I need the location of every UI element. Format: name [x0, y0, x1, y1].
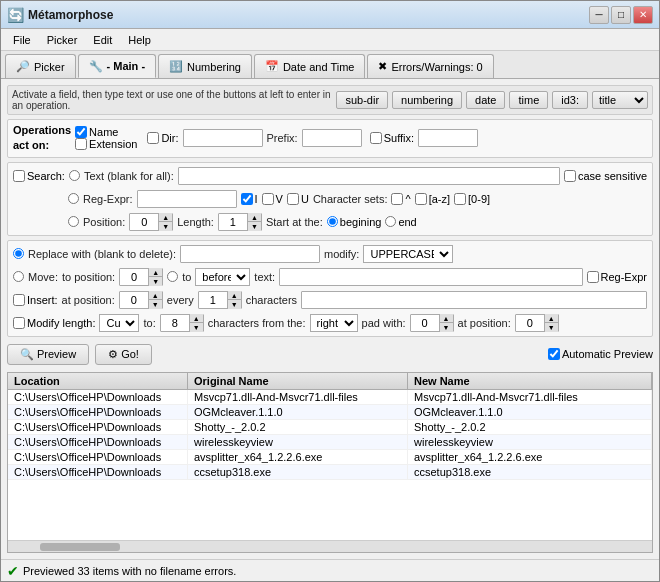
insert-text-input[interactable] — [301, 291, 647, 309]
insert-position-spinbox[interactable]: ▲ ▼ — [119, 291, 163, 309]
table-row[interactable]: C:\Users\OfficeHP\Downloads Shotty_-_2.0… — [8, 420, 652, 435]
i-checkbox[interactable] — [241, 193, 253, 205]
insert-position-input[interactable] — [120, 294, 148, 306]
end-radio[interactable] — [385, 216, 396, 227]
menu-file[interactable]: File — [5, 32, 39, 48]
09-checkbox-label[interactable]: [0-9] — [454, 193, 490, 205]
auto-preview-label[interactable]: Automatic Preview — [548, 348, 653, 360]
pad-with-input[interactable] — [411, 317, 439, 329]
insert-every-spin-down[interactable]: ▼ — [227, 300, 241, 309]
pad-with-spin-up[interactable]: ▲ — [439, 314, 453, 324]
replace-input[interactable] — [180, 245, 320, 263]
insert-every-spinbox[interactable]: ▲ ▼ — [198, 291, 242, 309]
table-row[interactable]: C:\Users\OfficeHP\Downloads Msvcp71.dll-… — [8, 390, 652, 405]
extension-checkbox-label[interactable]: Extension — [75, 138, 137, 150]
length-input[interactable] — [219, 216, 247, 228]
suffix-input[interactable] — [418, 129, 478, 147]
v-checkbox[interactable] — [262, 193, 274, 205]
go-button[interactable]: ⚙ Go! — [95, 344, 152, 365]
numbering-button[interactable]: numbering — [392, 91, 462, 109]
menu-edit[interactable]: Edit — [85, 32, 120, 48]
search-text-input[interactable] — [178, 167, 560, 185]
09-checkbox[interactable] — [454, 193, 466, 205]
name-checkbox[interactable] — [75, 126, 87, 138]
position-input[interactable] — [130, 216, 158, 228]
move-regexpr-checkbox[interactable] — [587, 271, 599, 283]
text-radio[interactable] — [69, 170, 80, 181]
cut-select[interactable]: Cut Pad — [99, 314, 139, 332]
date-button[interactable]: date — [466, 91, 505, 109]
length-to-spinbox[interactable]: ▲ ▼ — [160, 314, 204, 332]
time-button[interactable]: time — [509, 91, 548, 109]
at-pos-input[interactable] — [516, 317, 544, 329]
move-spin-down[interactable]: ▼ — [148, 277, 162, 286]
length-spinbox[interactable]: ▲ ▼ — [218, 213, 262, 231]
position-spin-up[interactable]: ▲ — [158, 213, 172, 223]
table-row[interactable]: C:\Users\OfficeHP\Downloads ccsetup318.e… — [8, 465, 652, 480]
close-button[interactable]: ✕ — [633, 6, 653, 24]
length-to-spin-down[interactable]: ▼ — [189, 323, 203, 332]
move-radio[interactable] — [13, 271, 24, 282]
title-dropdown[interactable]: title artist album — [592, 91, 648, 109]
i-checkbox-label[interactable]: I — [241, 193, 258, 205]
insert-checkbox[interactable] — [13, 294, 25, 306]
move-position-spinbox[interactable]: ▲ ▼ — [119, 268, 163, 286]
extension-checkbox[interactable] — [75, 138, 87, 150]
tab-picker[interactable]: 🔎 Picker — [5, 54, 76, 78]
case-sensitive-checkbox[interactable] — [564, 170, 576, 182]
suffix-checkbox[interactable] — [370, 132, 382, 144]
position-radio[interactable] — [68, 216, 79, 227]
move-text-input[interactable] — [279, 268, 582, 286]
menu-picker[interactable]: Picker — [39, 32, 86, 48]
regexp-radio[interactable] — [68, 193, 79, 204]
auto-preview-checkbox[interactable] — [548, 348, 560, 360]
az-checkbox-label[interactable]: [a-z] — [415, 193, 450, 205]
case-sensitive-label[interactable]: case sensitive — [564, 170, 647, 182]
insert-every-input[interactable] — [199, 294, 227, 306]
insert-pos-spin-down[interactable]: ▼ — [148, 300, 162, 309]
dir-input[interactable] — [183, 129, 263, 147]
beginning-radio[interactable] — [327, 216, 338, 227]
move-spin-up[interactable]: ▲ — [148, 268, 162, 278]
tab-datetime[interactable]: 📅 Date and Time — [254, 54, 366, 78]
search-checkbox-label[interactable]: Search: — [13, 170, 65, 182]
u-checkbox-label[interactable]: U — [287, 193, 309, 205]
scrollbar-thumb[interactable] — [40, 543, 120, 551]
subdir-button[interactable]: sub-dir — [336, 91, 388, 109]
at-pos-spin-down[interactable]: ▼ — [544, 323, 558, 332]
pad-with-spin-down[interactable]: ▼ — [439, 323, 453, 332]
modify-select[interactable]: UPPERCASE lowercase Title Case — [363, 245, 453, 263]
move-regexpr-label[interactable]: Reg-Expr — [587, 271, 647, 283]
position-spinbox[interactable]: ▲ ▼ — [129, 213, 173, 231]
length-to-spin-up[interactable]: ▲ — [189, 314, 203, 324]
dir-checkbox-label[interactable]: Dir: — [147, 132, 178, 144]
move-to-radio[interactable] — [167, 271, 178, 282]
name-checkbox-label[interactable]: Name — [75, 126, 137, 138]
caret-checkbox[interactable] — [391, 193, 403, 205]
az-checkbox[interactable] — [415, 193, 427, 205]
horizontal-scrollbar[interactable] — [8, 540, 652, 552]
right-select[interactable]: right left — [310, 314, 358, 332]
tab-numbering[interactable]: 🔢 Numbering — [158, 54, 252, 78]
id3-button[interactable]: id3: — [552, 91, 588, 109]
maximize-button[interactable]: □ — [611, 6, 631, 24]
end-radio-label[interactable]: end — [385, 216, 416, 228]
at-pos-spin-up[interactable]: ▲ — [544, 314, 558, 324]
position-spin-down[interactable]: ▼ — [158, 222, 172, 231]
insert-pos-spin-up[interactable]: ▲ — [148, 291, 162, 301]
at-pos-spinbox[interactable]: ▲ ▼ — [515, 314, 559, 332]
table-row[interactable]: C:\Users\OfficeHP\Downloads OGMcleaver.1… — [8, 405, 652, 420]
modify-length-checkbox-label[interactable]: Modify length: — [13, 317, 95, 329]
dir-checkbox[interactable] — [147, 132, 159, 144]
caret-checkbox-label[interactable]: ^ — [391, 193, 410, 205]
modify-length-checkbox[interactable] — [13, 317, 25, 329]
table-row[interactable]: C:\Users\OfficeHP\Downloads wirelesskeyv… — [8, 435, 652, 450]
minimize-button[interactable]: ─ — [589, 6, 609, 24]
beginning-radio-label[interactable]: begining — [327, 216, 382, 228]
tab-main[interactable]: 🔧 - Main - — [78, 54, 157, 78]
title-select[interactable]: title artist album — [593, 92, 647, 108]
menu-help[interactable]: Help — [120, 32, 159, 48]
search-checkbox[interactable] — [13, 170, 25, 182]
prefix-input[interactable] — [302, 129, 362, 147]
move-position-input[interactable] — [120, 271, 148, 283]
